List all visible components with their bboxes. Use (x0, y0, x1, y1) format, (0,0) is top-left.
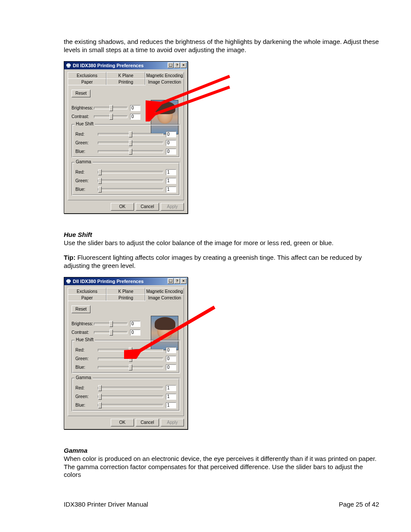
tab-kplane[interactable]: K Plane (106, 72, 145, 79)
tab-printing[interactable]: Printing (106, 294, 145, 301)
cancel-button[interactable]: Cancel (136, 419, 159, 426)
gamma-green-row: Green: 1 (75, 394, 176, 400)
gamma-green-slider[interactable] (98, 180, 163, 182)
contrast-row: Contrast: 0 (72, 330, 140, 336)
brightness-slider[interactable] (94, 323, 128, 325)
hue-blue-value[interactable]: 0 (166, 149, 176, 155)
contrast-slider[interactable] (94, 115, 128, 118)
printer-icon (66, 279, 71, 284)
brightness-slider[interactable] (94, 107, 128, 109)
tab-area: Exclusions K Plane Magnetic Encoding Pap… (64, 285, 187, 416)
brightness-value[interactable]: 0 (130, 105, 140, 111)
gamma-green-value[interactable]: 1 (166, 178, 176, 184)
gamma-green-slider[interactable] (98, 395, 163, 398)
gamma-blue-row: Blue: 1 (75, 187, 176, 193)
caption-sysmenu-button[interactable] (168, 278, 174, 284)
apply-button[interactable]: Apply (161, 203, 184, 211)
brightness-value[interactable]: 0 (130, 321, 140, 327)
gamma-blue-slider[interactable] (98, 188, 163, 191)
gamma-blue-label: Blue: (75, 187, 98, 192)
hue-blue-slider[interactable] (98, 366, 163, 369)
tab-image-correction[interactable]: Image Correction (145, 294, 184, 301)
tab-row-back: Exclusions K Plane Magnetic Encoding (68, 72, 184, 79)
contrast-value[interactable]: 0 (130, 114, 140, 120)
hue-shift-group: Hue Shift Red: 0 Green: 0 Blue: (72, 124, 180, 158)
ok-button[interactable]: OK (111, 203, 134, 211)
gamma-green-row: Green: 1 (75, 178, 176, 184)
gamma-red-row: Red: 1 (75, 169, 176, 175)
hue-red-value[interactable]: 0 (166, 347, 176, 353)
gamma-text: When color is produced on an electronic … (64, 455, 379, 479)
caption-close-button[interactable]: × (181, 278, 187, 284)
printer-icon (66, 63, 71, 68)
gamma-blue-slider[interactable] (98, 404, 163, 407)
hue-blue-slider[interactable] (98, 150, 163, 153)
hue-blue-label: Blue: (75, 365, 98, 370)
gamma-blue-value[interactable]: 1 (166, 187, 176, 193)
gamma-red-slider[interactable] (98, 387, 163, 389)
preferences-dialog: Dll IDX380 Printing Preferences ? × Excl… (64, 61, 188, 214)
hue-green-value[interactable]: 0 (166, 356, 176, 362)
tab-exclusions[interactable]: Exclusions (68, 288, 106, 295)
hue-green-row: Green: 0 (75, 140, 176, 146)
tab-paper[interactable]: Paper (68, 78, 106, 85)
tab-magnetic-encoding[interactable]: Magnetic Encoding (145, 288, 184, 295)
caption-help-button[interactable]: ? (174, 278, 180, 284)
hue-blue-label: Blue: (75, 149, 98, 154)
titlebar: Dll IDX380 Printing Preferences ? × (64, 277, 187, 285)
footer-left: IDX380 Printer Driver Manual (64, 501, 148, 508)
hue-red-slider[interactable] (98, 349, 163, 352)
brightness-label: Brightness: (72, 106, 94, 110)
hue-red-label: Red: (75, 132, 98, 137)
hue-blue-value[interactable]: 0 (166, 364, 176, 370)
hue-red-value[interactable]: 0 (166, 131, 176, 137)
hue-shift-group: Hue Shift Red: 0 Green: 0 Blue: (72, 340, 180, 373)
hue-green-label: Green: (75, 140, 98, 145)
gamma-red-value[interactable]: 1 (166, 385, 176, 391)
hue-green-label: Green: (75, 356, 98, 361)
contrast-value[interactable]: 0 (130, 330, 140, 336)
gamma-group: Gamma Red: 1 Green: 1 Blue: (72, 162, 180, 196)
tab-paper[interactable]: Paper (68, 294, 106, 301)
hue-red-row: Red: 0 (75, 347, 176, 353)
caption-buttons: ? × (167, 62, 187, 68)
hue-red-slider[interactable] (98, 133, 163, 136)
reset-button[interactable]: Reset (72, 305, 90, 313)
tab-kplane[interactable]: K Plane (106, 288, 145, 295)
brightness-row: Brightness: 0 (72, 321, 140, 327)
gamma-green-value[interactable]: 1 (166, 394, 176, 400)
ok-button[interactable]: OK (111, 419, 134, 426)
caption-help-button[interactable]: ? (174, 62, 180, 68)
gamma-red-value[interactable]: 1 (166, 169, 176, 175)
reset-button[interactable]: Reset (72, 90, 90, 97)
tab-printing[interactable]: Printing (106, 78, 145, 85)
dialog-figure-2: Dll IDX380 Printing Preferences ? × Excl… (64, 277, 227, 436)
caption-close-button[interactable]: × (181, 62, 187, 68)
gamma-green-label: Green: (75, 394, 98, 399)
svg-rect-1 (67, 63, 70, 65)
hue-shift-tip: Tip: Fluorescent lighting affects color … (64, 254, 379, 270)
caption-buttons: ? × (167, 278, 187, 284)
gamma-red-label: Red: (75, 386, 98, 390)
apply-button[interactable]: Apply (161, 419, 184, 426)
hue-blue-row: Blue: 0 (75, 149, 176, 155)
intro-paragraph: the existing shadows, and reduces the br… (64, 38, 379, 54)
tab-row-front: Paper Printing Image Correction (68, 78, 184, 85)
tab-exclusions[interactable]: Exclusions (68, 72, 106, 79)
gamma-blue-value[interactable]: 1 (166, 402, 176, 408)
footer-right: Page 25 of 42 (339, 501, 379, 508)
gamma-red-slider[interactable] (98, 171, 163, 174)
contrast-row: Contrast: 0 (72, 114, 140, 120)
hue-green-slider[interactable] (98, 358, 163, 360)
cancel-button[interactable]: Cancel (136, 203, 159, 211)
caption-sysmenu-button[interactable] (168, 62, 174, 68)
hue-green-slider[interactable] (98, 142, 163, 144)
dialog-button-bar: OK Cancel Apply (64, 200, 187, 213)
gamma-green-label: Green: (75, 178, 98, 183)
hue-shift-group-label: Hue Shift (75, 121, 95, 126)
hue-green-value[interactable]: 0 (166, 140, 176, 146)
contrast-slider[interactable] (94, 331, 128, 334)
tab-magnetic-encoding[interactable]: Magnetic Encoding (145, 72, 184, 79)
tab-image-correction[interactable]: Image Correction (145, 78, 184, 85)
window-title: Dll IDX380 Printing Preferences (73, 63, 167, 68)
